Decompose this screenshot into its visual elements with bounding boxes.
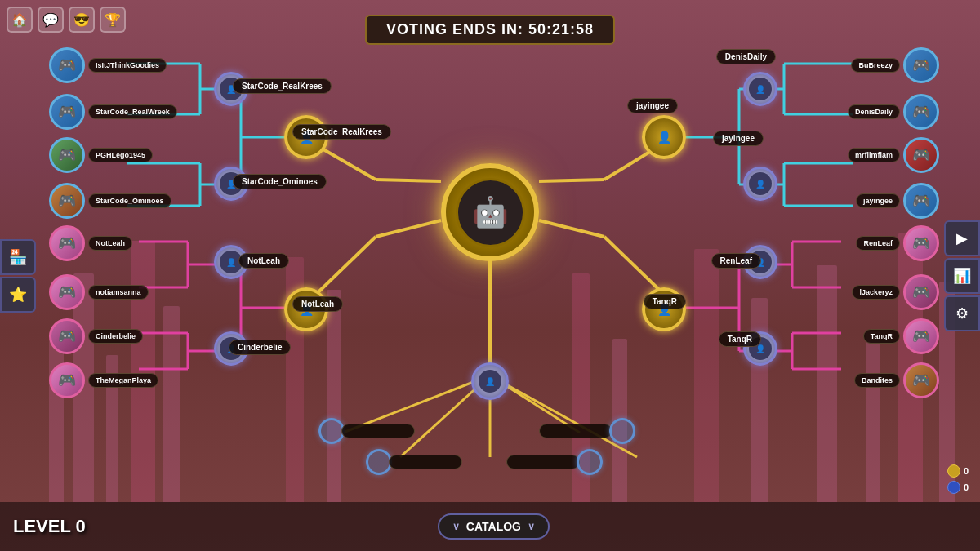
lower-slot-3 — [366, 449, 462, 475]
player-cinderbelie: 🎮 Cinderbelie — [49, 318, 143, 354]
avatar-notleah: 🎮 — [49, 225, 85, 261]
player-bandites: 🎮 Bandites — [854, 362, 939, 398]
catalog-label: CATALOG — [466, 520, 521, 533]
catalog-arrow-right: ∨ — [528, 521, 535, 532]
avatar-renleaf-right: 🎮 — [903, 225, 939, 261]
player-isitj: 🎮 IsItJThinkGoodies — [49, 47, 167, 83]
name-tanqr-right: TanqR — [863, 329, 900, 344]
name-jayingee-right: jayingee — [856, 193, 900, 208]
blue-coin-value: 0 — [964, 482, 969, 492]
avatar-pghlego: 🎮 — [49, 137, 85, 173]
name-notleah: NotLeah — [88, 236, 132, 251]
trophy-button[interactable]: 🏆 — [100, 7, 126, 33]
lower-slot-2 — [539, 418, 635, 444]
name-isitj: IsItJThinkGoodies — [88, 58, 167, 73]
name-cinderbelie: Cinderbelie — [88, 329, 143, 344]
avatar-ijackeryz: 🎮 — [903, 274, 939, 310]
label-jayingee-qf: jayingee — [713, 131, 764, 146]
name-denisdaily: DenisDaily — [848, 104, 900, 119]
avatar-denisdaily: 🎮 — [903, 94, 939, 130]
player-notleah: 🎮 NotLeah — [49, 225, 132, 261]
name-bandites: Bandites — [854, 373, 900, 388]
left-panel: 🏪 ⭐ — [0, 239, 36, 313]
label-notleah-mid: NotLeah — [238, 253, 289, 269]
label-semi-tanqr: TanqR — [644, 294, 686, 309]
name-ominoes: StarCode_Ominoes — [88, 193, 172, 208]
stats-button[interactable]: 📊 — [944, 258, 980, 294]
player-mrflimflam: 🎮 mrflimflam — [848, 137, 939, 173]
label-semi-jayingee: jayingee — [627, 98, 678, 113]
bottom-center-slot: 👤 — [471, 362, 509, 400]
avatar-notiamsanna: 🎮 — [49, 274, 85, 310]
name-realwreek: StarCode_RealWreek — [88, 104, 177, 119]
semi-right: 👤 — [642, 115, 686, 159]
slot-rq2: 👤 — [743, 167, 777, 201]
slot-rq1: 👤 — [743, 72, 777, 106]
label-semi-notleah: NotLeah — [292, 296, 343, 312]
label-cinderbelie-mid: Cinderbelie — [229, 340, 291, 355]
home-button[interactable]: 🏠 — [7, 7, 33, 33]
catalog-button[interactable]: ∨ CATALOG ∨ — [438, 513, 550, 540]
name-pghlego: PGHLego1945 — [88, 148, 153, 162]
avatar-bubreezy: 🎮 — [903, 47, 939, 83]
right-panel: ▶ 📊 ⚙ — [944, 220, 980, 331]
shop-button[interactable]: 🏪 — [0, 239, 36, 275]
lower-slot-1 — [318, 418, 415, 444]
avatar-tanqr-right: 🎮 — [903, 318, 939, 354]
name-renleaf-right: RenLeaf — [856, 236, 900, 251]
play-button[interactable]: ▶ — [944, 220, 980, 256]
avatar-ominoes: 🎮 — [49, 183, 85, 219]
player-realwreek: 🎮 StarCode_RealWreek — [49, 94, 177, 130]
gold-coin-row: 0 — [947, 464, 969, 478]
star-button[interactable]: ⭐ — [0, 277, 36, 313]
player-themeganplaya: 🎮 TheMeganPlaya — [49, 362, 158, 398]
silver-coin-row: 0 — [947, 481, 969, 494]
avatar-realwreek: 🎮 — [49, 94, 85, 130]
chat-button[interactable]: 💬 — [38, 7, 64, 33]
label-realwreek-qf: StarCode_RealKrees — [233, 78, 332, 94]
player-ijackeryz: 🎮 lJackeryz — [852, 274, 939, 310]
player-denisdaily: 🎮 DenisDaily — [848, 94, 939, 130]
champion-circle: 🤖 — [441, 163, 539, 261]
label-renleaf-mid: RenLeaf — [711, 253, 761, 269]
player-jayingee-right: 🎮 jayingee — [856, 183, 939, 219]
player-pghlego: 🎮 PGHLego1945 — [49, 137, 153, 173]
label-semi-left: StarCode_RealKrees — [292, 124, 391, 140]
gold-coin-value: 0 — [964, 466, 969, 476]
level-display: LEVEL 0 — [13, 516, 86, 537]
avatar-bandites: 🎮 — [903, 362, 939, 398]
name-ijackeryz: lJackeryz — [852, 285, 900, 300]
label-denisdaily-qf: DenisDaily — [716, 49, 776, 64]
avatar-themeganplaya: 🎮 — [49, 362, 85, 398]
toolbar: 🏠 💬 😎 🏆 — [7, 7, 126, 33]
gold-coin-icon — [947, 464, 960, 478]
champion-avatar: 🤖 — [456, 178, 525, 247]
avatar-mrflimflam: 🎮 — [903, 137, 939, 173]
player-bubreezy: 🎮 BuBreezy — [851, 47, 939, 83]
settings-button[interactable]: ⚙ — [944, 295, 980, 331]
player-notiamsanna: 🎮 notiamsanna — [49, 274, 149, 310]
emoji-button[interactable]: 😎 — [69, 7, 95, 33]
name-notiamsanna: notiamsanna — [88, 285, 149, 300]
name-bubreezy: BuBreezy — [851, 58, 900, 73]
player-renleaf-right: 🎮 RenLeaf — [856, 225, 939, 261]
catalog-arrow-left: ∨ — [452, 521, 460, 532]
name-themeganplaya: TheMeganPlaya — [88, 373, 158, 388]
blue-coin-icon — [947, 481, 960, 494]
player-tanqr-right: 🎮 TanqR — [863, 318, 939, 354]
name-mrflimflam: mrflimflam — [848, 148, 900, 162]
avatar-isitj: 🎮 — [49, 47, 85, 83]
avatar-cinderbelie: 🎮 — [49, 318, 85, 354]
avatar-jayingee-right: 🎮 — [903, 183, 939, 219]
lower-slot-4 — [506, 449, 603, 475]
label-ominoes-qf: StarCode_Ominoes — [233, 174, 327, 189]
bottom-bar: LEVEL 0 ∨ CATALOG ∨ — [0, 502, 980, 551]
currency-display: 0 0 — [947, 464, 969, 494]
label-tanqr-mid: TanqR — [719, 331, 761, 347]
player-ominoes: 🎮 StarCode_Ominoes — [49, 183, 172, 219]
